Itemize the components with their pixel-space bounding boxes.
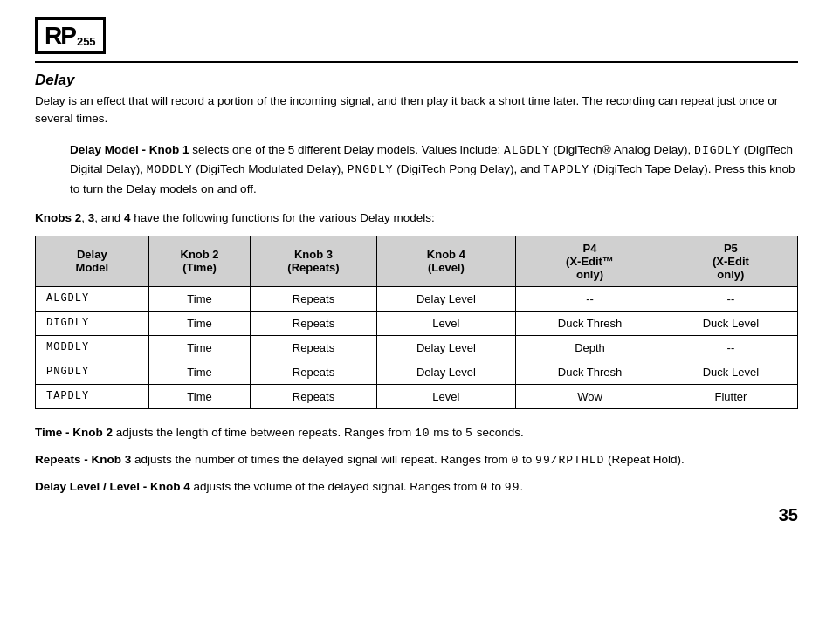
repeats-description: Repeats - Knob 3 adjusts the number of t… [35,450,798,470]
table-cell: Repeats [251,286,376,311]
table-cell: Time [148,384,251,408]
col-knob4: Knob 4(Level) [376,236,516,286]
table-cell: Wow [516,384,664,408]
table-cell: ALGDLY [36,286,149,311]
header-divider [35,61,798,63]
table-row: TAPDLYTimeRepeatsLevelWowFlutter [36,384,798,408]
delay-table: DelayModel Knob 2(Time) Knob 3(Repeats) … [35,236,798,409]
algdly-desc: (DigiTech® Analog Delay), [550,143,694,156]
table-cell: PNGDLY [36,360,149,384]
logo-area: RP 255 [35,17,798,54]
table-cell: Repeats [251,335,376,360]
table-cell: Duck Thresh [516,360,664,384]
table-cell: Level [376,384,516,408]
page-number: 35 [35,505,798,525]
knob1-text: selects one of the 5 different Delay mod… [189,143,504,156]
table-cell: -- [516,286,664,311]
table-intro: Knobs 2, 3, and 4 have the following fun… [35,209,798,227]
moddly-desc: (DigiTech Modulated Delay), [193,162,348,175]
table-cell: DIGDLY [36,311,149,335]
pngdly-desc: (DigiTech Pong Delay), and [393,162,543,175]
logo-rp: RP [45,24,75,48]
table-cell: TAPDLY [36,384,149,408]
level-description: Delay Level / Level - Knob 4 adjusts the… [35,477,798,497]
table-cell: -- [664,286,797,311]
table-cell: Duck Level [664,360,797,384]
table-cell: MODDLY [36,335,149,360]
col-knob3: Knob 3(Repeats) [251,236,376,286]
table-row: PNGDLYTimeRepeatsDelay LevelDuck ThreshD… [36,360,798,384]
table-cell: Time [148,286,251,311]
table-cell: -- [664,335,797,360]
table-cell: Duck Level [664,311,797,335]
logo-model: 255 [77,35,96,48]
table-row: MODDLYTimeRepeatsDelay LevelDepth-- [36,335,798,360]
table-row: DIGDLYTimeRepeatsLevelDuck ThreshDuck Le… [36,311,798,335]
table-cell: Repeats [251,360,376,384]
col-knob2: Knob 2(Time) [148,236,251,286]
time-description: Time - Knob 2 adjusts the length of time… [35,423,798,443]
table-cell: Time [148,360,251,384]
knob1-label: Delay Model - Knob 1 [70,143,189,156]
col-p5: P5(X-Editonly) [664,236,797,286]
table-cell: Repeats [251,311,376,335]
table-cell: Delay Level [376,360,516,384]
section-title: Delay [35,72,798,89]
col-delay-model: DelayModel [36,236,149,286]
tapdly-mono: TAPDLY [543,163,589,176]
table-cell: Duck Thresh [516,311,664,335]
moddly-mono: MODDLY [147,163,193,176]
knob1-description: Delay Model - Knob 1 selects one of the … [70,140,798,199]
intro-text: Delay is an effect that will record a po… [35,92,798,128]
table-row: ALGDLYTimeRepeatsDelay Level---- [36,286,798,311]
table-cell: Level [376,311,516,335]
table-cell: Delay Level [376,286,516,311]
digdly-mono: DIGDLY [694,144,740,157]
pngdly-mono: PNGDLY [348,163,394,176]
logo-box: RP 255 [35,17,106,54]
table-cell: Time [148,311,251,335]
algdly-mono: ALGDLY [504,144,550,157]
table-cell: Flutter [664,384,797,408]
table-cell: Time [148,335,251,360]
table-cell: Delay Level [376,335,516,360]
table-header-row: DelayModel Knob 2(Time) Knob 3(Repeats) … [36,236,798,286]
table-cell: Repeats [251,384,376,408]
col-p4: P4(X-Edit™only) [516,236,664,286]
table-cell: Depth [516,335,664,360]
